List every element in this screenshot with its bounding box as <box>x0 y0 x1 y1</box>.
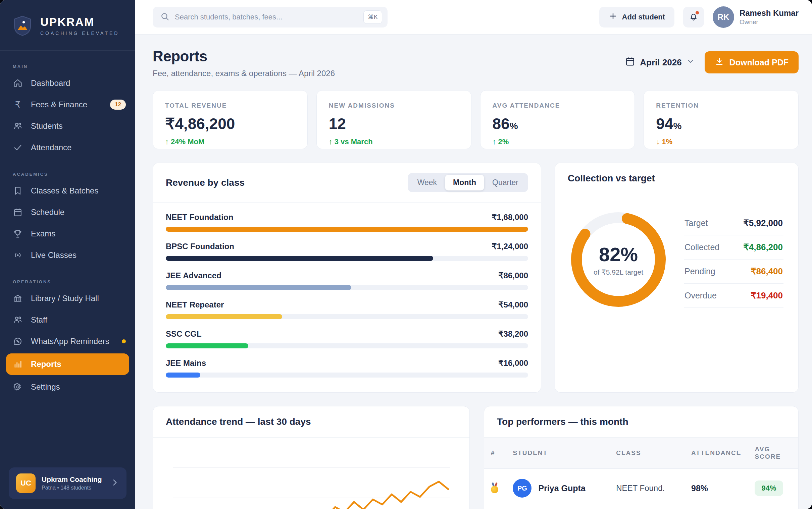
sidebar-item-dashboard[interactable]: Dashboard <box>0 72 135 94</box>
check-icon <box>13 142 23 152</box>
sidebar-item-label: Attendance <box>31 143 126 152</box>
revenue-bar-row: NEET Repeater₹54,000 <box>166 300 528 319</box>
period-selector[interactable]: April 2026 <box>625 56 694 69</box>
sidebar-item-label: Settings <box>31 382 126 392</box>
score-badge: 94% <box>755 480 783 496</box>
org-avatar: UC <box>16 473 36 493</box>
sidebar-item-label: Library / Study Hall <box>31 294 126 303</box>
toggle-month[interactable]: Month <box>445 175 484 191</box>
notifications-button[interactable] <box>683 7 704 28</box>
bar-jee-advanced <box>166 285 351 290</box>
sidebar-item-label: Reports <box>31 360 123 369</box>
home-icon <box>13 78 23 88</box>
nav-section-academics: ACADEMICS <box>0 167 135 180</box>
donut-subtext: of ₹5.92L target <box>593 268 643 276</box>
sidebar-item-staff[interactable]: Staff <box>0 309 135 331</box>
plus-icon <box>609 12 617 23</box>
sidebar-item-students[interactable]: Students <box>0 115 135 137</box>
sidebar-item-label: Classes & Batches <box>31 186 126 196</box>
sidebar-item-attendance[interactable]: Attendance <box>0 137 135 158</box>
search-shortcut-badge: ⌘K <box>363 10 382 24</box>
sidebar-item-settings[interactable]: Settings <box>0 376 135 398</box>
table-header-row: # STUDENT CLASS ATTENDANCE AVG SCORE <box>484 438 798 469</box>
sidebar-item-reports[interactable]: Reports <box>6 353 129 375</box>
attendance-card-title: Attendance trend — last 30 days <box>166 416 311 427</box>
search-input[interactable] <box>175 13 358 22</box>
gold-medal-icon <box>491 486 498 493</box>
sidebar-item-exams[interactable]: Exams <box>0 223 135 244</box>
whatsapp-alert-dot <box>122 339 126 343</box>
library-icon <box>13 294 23 303</box>
page-title: Reports <box>153 48 335 65</box>
global-search[interactable]: ⌘K <box>153 7 388 28</box>
kpi-delta: ↓ 1% <box>656 137 786 146</box>
collection-row-pending: Pending₹86,400 <box>684 260 783 284</box>
sidebar-item-fees-finance[interactable]: ₹ Fees & Finance 12 <box>0 94 135 115</box>
sidebar-item-live-classes[interactable]: Live Classes <box>0 244 135 266</box>
nav-section-main: MAIN <box>0 59 135 72</box>
user-avatar: RK <box>713 6 734 28</box>
notification-dot <box>695 11 699 14</box>
bookmark-icon <box>13 186 23 196</box>
sidebar-item-label: Exams <box>31 229 126 238</box>
top-performers-table: # STUDENT CLASS ATTENDANCE AVG SCORE PGP… <box>484 438 798 509</box>
users-icon <box>13 121 23 131</box>
kpi-delta: ↑ 24% MoM <box>165 137 295 146</box>
user-menu[interactable]: RK Ramesh Kumar Owner <box>713 6 799 28</box>
brand-shield-icon <box>12 15 33 37</box>
brand: UPKRAM COACHING ELEVATED <box>0 0 135 50</box>
revenue-by-class-card: Revenue by class Week Month Quarter NEET… <box>153 163 541 393</box>
period-toggle: Week Month Quarter <box>408 173 528 192</box>
revenue-bars: NEET Foundation₹1,68,000 BPSC Foundation… <box>153 203 541 392</box>
bar-bpsc-foundation <box>166 256 433 261</box>
revenue-bar-row: BPSC Foundation₹1,24,000 <box>166 242 528 261</box>
calendar-icon <box>625 56 635 69</box>
page-header: Reports Fee, attendance, exams & operati… <box>153 48 799 78</box>
sidebar-item-label: Dashboard <box>31 78 126 88</box>
org-switcher[interactable]: UC Upkram Coaching Patna • 148 students <box>9 467 127 499</box>
app-window: UPKRAM COACHING ELEVATED MAIN Dashboard … <box>0 0 812 509</box>
attendance-trend-card: Attendance trend — last 30 days 1 A <box>153 406 470 509</box>
sidebar-item-label: Live Classes <box>31 250 126 260</box>
collection-breakdown: Target₹5,92,000 Collected₹4,86,200 Pendi… <box>684 211 783 308</box>
nav-section-operations: OPERATIONS <box>0 275 135 288</box>
table-row[interactable]: PGPriya Gupta NEET Found. 98% 94% <box>484 469 798 508</box>
trophy-icon <box>13 229 23 239</box>
attendance-line <box>163 444 460 509</box>
chevron-down-icon <box>686 57 694 68</box>
sidebar-item-label: Schedule <box>31 208 126 217</box>
collection-row-target: Target₹5,92,000 <box>684 211 783 235</box>
sidebar-item-library[interactable]: Library / Study Hall <box>0 288 135 309</box>
revenue-bar-row: SSC CGL₹38,200 <box>166 329 528 348</box>
collection-card-title: Collection vs target <box>568 173 655 184</box>
revenue-bar-row: JEE Advanced₹86,000 <box>166 271 528 290</box>
top-performers-card: Top performers — this month # STUDENT CL… <box>484 406 799 509</box>
rupee-icon: ₹ <box>13 100 23 110</box>
table-row[interactable]: NRNeha Raj NEET Repeater 96% 91% <box>484 508 798 509</box>
download-icon <box>715 57 724 68</box>
download-pdf-button[interactable]: Download PDF <box>705 51 799 73</box>
donut-percent: 82% <box>599 243 638 266</box>
bar-ssc-cgl <box>166 343 248 348</box>
toggle-week[interactable]: Week <box>409 175 445 191</box>
sidebar: UPKRAM COACHING ELEVATED MAIN Dashboard … <box>0 0 135 509</box>
add-student-button[interactable]: Add student <box>599 7 675 28</box>
kpi-row: TOTAL REVENUE ₹4,86,200 ↑ 24% MoM NEW AD… <box>153 90 799 149</box>
period-label: April 2026 <box>640 57 681 68</box>
sidebar-item-whatsapp-reminders[interactable]: WhatsApp Reminders <box>0 331 135 352</box>
calendar-icon <box>13 207 23 217</box>
bar-neet-repeater <box>166 314 282 319</box>
fees-count-badge: 12 <box>110 100 126 110</box>
sidebar-item-schedule[interactable]: Schedule <box>0 202 135 223</box>
kpi-delta: ↑ 2% <box>493 137 623 146</box>
sidebar-item-classes-batches[interactable]: Classes & Batches <box>0 180 135 202</box>
sidebar-item-label: Students <box>31 122 126 131</box>
collection-row-overdue: Overdue₹19,400 <box>684 284 783 308</box>
toggle-quarter[interactable]: Quarter <box>484 175 526 191</box>
kpi-new-admissions: NEW ADMISSIONS 12 ↑ 3 vs March <box>316 90 472 149</box>
user-name: Ramesh Kumar <box>740 8 799 18</box>
page-subtitle: Fee, attendance, exams & operations — Ap… <box>153 69 335 78</box>
brand-name: UPKRAM <box>40 16 119 28</box>
sidebar-item-label: Fees & Finance <box>31 100 102 109</box>
topbar: ⌘K Add student RK Ramesh Kumar Owner <box>135 0 812 35</box>
